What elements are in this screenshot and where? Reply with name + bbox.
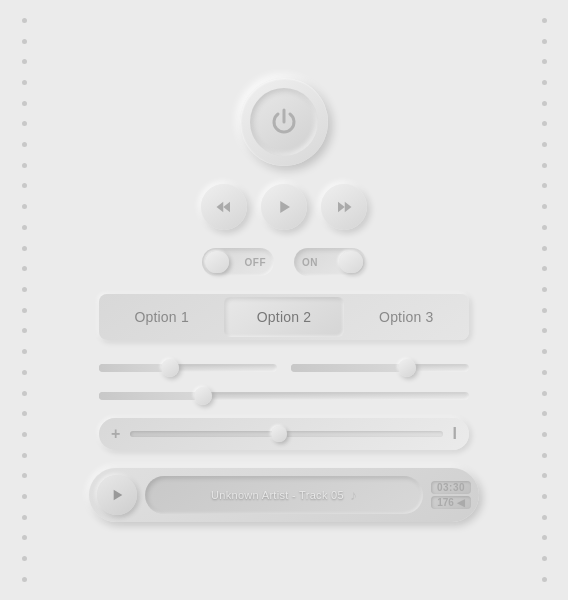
dot [542,142,547,147]
dot [542,225,547,230]
toggle-on[interactable]: ON [294,248,366,276]
slider-1-thumb[interactable] [161,359,179,377]
svg-marker-0 [217,202,224,213]
dot [22,183,27,188]
slider-2-track [291,364,469,372]
dot [22,432,27,437]
dot [542,515,547,520]
music-note-icon: ♪ [350,487,357,503]
slider-3-track [99,392,469,400]
dot [22,370,27,375]
sliders-top-row [99,358,469,378]
volume-track[interactable] [130,431,442,437]
slider-1-wrapper [99,358,277,378]
player-track-title: Unknown Artist - Track 05 [211,489,344,501]
dot [22,80,27,85]
volume-thumb[interactable] [271,426,287,442]
slider-3-wrapper [99,392,469,400]
dot [22,18,27,23]
dot [542,577,547,582]
option-1-button[interactable]: Option 1 [102,297,221,337]
option-3-button[interactable]: Option 3 [347,297,466,337]
rewind-button[interactable] [201,184,247,230]
toggle-on-label: ON [302,257,318,268]
play-button[interactable] [261,184,307,230]
dot [22,204,27,209]
toggle-off[interactable]: OFF [202,248,274,276]
main-container: OFF ON Option 1 Option 2 Option 3 [0,0,568,600]
volume-plus-icon: I [453,426,457,442]
svg-marker-1 [223,202,230,213]
dot [22,349,27,354]
options-row: Option 1 Option 2 Option 3 [99,294,469,340]
rewind-icon [215,198,233,216]
player-play-icon [109,487,125,503]
dot-border-left [10,0,38,600]
dot [542,18,547,23]
slider-1-track [99,364,277,372]
volume-minus-icon: + [111,426,120,442]
slider-3-thumb[interactable] [194,387,212,405]
toggle-off-label: OFF [245,257,267,268]
dot [542,535,547,540]
dot [22,535,27,540]
media-controls [201,184,367,230]
dot [22,453,27,458]
dot [542,204,547,209]
toggle-thumb-on [339,251,363,273]
dot [542,328,547,333]
slider-1-fill [99,364,170,372]
fastforward-button[interactable] [321,184,367,230]
toggles-row: OFF ON [202,248,366,276]
dot [22,225,27,230]
dot [22,266,27,271]
dot [22,59,27,64]
dot [542,246,547,251]
dot [542,494,547,499]
player-time: 03:30 [431,481,471,494]
fastforward-icon [335,198,353,216]
dot [22,246,27,251]
dot [22,287,27,292]
dot [542,121,547,126]
dot [22,577,27,582]
content-panel: OFF ON Option 1 Option 2 Option 3 [69,78,499,522]
dot [22,328,27,333]
toggle-thumb-off [205,251,229,273]
power-button[interactable] [240,78,328,166]
slider-3-fill [99,392,203,400]
dot [22,142,27,147]
dot [542,370,547,375]
player-track-area: Unknown Artist - Track 05 ♪ [145,476,423,514]
volume-slider: + I [99,418,469,450]
dot [22,308,27,313]
svg-marker-3 [338,202,345,213]
dot [542,556,547,561]
dot [22,121,27,126]
player-play-button[interactable] [97,475,137,515]
dot [22,515,27,520]
dot [22,391,27,396]
dot [22,494,27,499]
dot [542,349,547,354]
dot [542,391,547,396]
dot [542,80,547,85]
dot [542,308,547,313]
dot-border-right [530,0,558,600]
slider-2-thumb[interactable] [398,359,416,377]
play-icon [275,198,293,216]
svg-marker-5 [114,490,123,501]
option-2-button[interactable]: Option 2 [224,297,343,337]
player-right-info: 03:30 176 ◀ [431,481,471,509]
dot [542,453,547,458]
dot [542,39,547,44]
dot [542,163,547,168]
dot [542,101,547,106]
dot [542,473,547,478]
svg-marker-2 [280,201,290,213]
dot [542,266,547,271]
dot [542,59,547,64]
svg-marker-4 [345,202,352,213]
dot [542,183,547,188]
dot [22,411,27,416]
